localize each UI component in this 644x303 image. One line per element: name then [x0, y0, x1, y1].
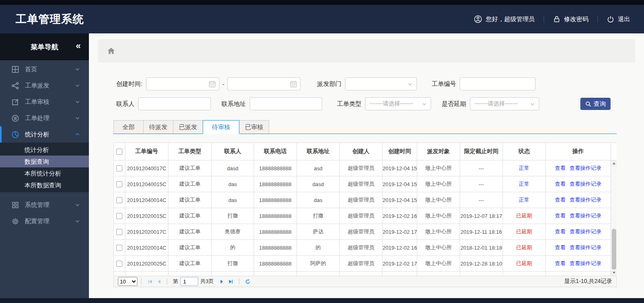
change-password-button[interactable]: 修改密码: [553, 15, 589, 23]
row-checkbox[interactable]: [116, 261, 122, 267]
cell-order-type: 建议工单: [168, 256, 212, 272]
search-button[interactable]: 查询: [580, 98, 611, 110]
user-greeting[interactable]: 您好，超级管理员: [474, 15, 535, 23]
refresh-button[interactable]: [243, 277, 252, 286]
sidebar-item-review[interactable]: 工单审核: [0, 94, 89, 110]
status-tab[interactable]: 待审核: [203, 120, 239, 134]
range-separator: -: [222, 81, 224, 88]
view-history-link[interactable]: 查看操作记录: [570, 228, 602, 235]
calendar-icon[interactable]: [208, 80, 216, 88]
table-row: 201912020014C 建议工单 的 18888888888 的 超级管理员…: [114, 240, 617, 256]
row-checkbox[interactable]: [116, 245, 122, 251]
sidebar-header: 菜单导航 «: [0, 33, 89, 60]
page-number-input[interactable]: [180, 277, 198, 286]
search-button-label: 查询: [594, 100, 606, 108]
row-checkbox[interactable]: [116, 229, 122, 235]
scroll-up-arrow[interactable]: [611, 160, 617, 167]
order-no-field[interactable]: [460, 78, 535, 90]
sidebar-item-dispatch[interactable]: 工单派发: [0, 77, 89, 94]
status-tab[interactable]: 全部: [113, 120, 144, 134]
department-select[interactable]: [345, 77, 417, 90]
view-link[interactable]: 查看: [555, 197, 566, 203]
view-history-link[interactable]: 查看操作记录: [570, 181, 602, 187]
view-history-link[interactable]: 查看操作记录: [570, 165, 602, 171]
page-size-select[interactable]: 10: [118, 277, 137, 286]
refresh-icon: [245, 279, 250, 284]
sidebar-item-config[interactable]: 配置管理: [0, 213, 89, 229]
scrollbar-thumb[interactable]: [612, 229, 616, 270]
cell-creator: 超级管理员: [340, 240, 383, 256]
cell-dispatch-target: 墩上中心所: [417, 160, 460, 176]
view-link[interactable]: 查看: [555, 260, 566, 266]
address-input[interactable]: [250, 97, 322, 110]
prev-page-button[interactable]: [154, 277, 163, 286]
view-link[interactable]: 查看: [555, 181, 566, 187]
cell-actions: 查看查看操作记录: [546, 160, 611, 176]
sidebar-item-system[interactable]: 系统管理: [0, 197, 89, 213]
sidebar-submenu-item[interactable]: 统计分析: [0, 144, 89, 156]
sidebar-item-label: 系统管理: [25, 201, 49, 209]
cell-order-id: 201912040015C: [125, 176, 168, 192]
select-all-checkbox[interactable]: [116, 149, 122, 155]
sidebar-collapse-icon[interactable]: «: [76, 41, 80, 51]
sidebar-submenu-item[interactable]: 本所数据查询: [0, 179, 89, 191]
view-history-link[interactable]: 查看操作记录: [570, 260, 602, 266]
power-icon: [607, 15, 614, 23]
row-checkbox[interactable]: [116, 213, 122, 219]
view-link[interactable]: 查看: [555, 228, 566, 235]
sidebar-submenu-item[interactable]: 数据查询: [0, 156, 89, 167]
sidebar-item-home[interactable]: 首页: [0, 61, 89, 77]
view-history-link[interactable]: 查看操作记录: [570, 244, 602, 250]
first-page-button[interactable]: [145, 277, 154, 286]
sidebar-item-statistics[interactable]: 统计分析: [0, 126, 89, 143]
scrollbar-header-cell: [611, 143, 617, 160]
cell-creator: 超级管理员: [340, 192, 383, 208]
address-field[interactable]: [250, 98, 322, 110]
col-header: 联系电话: [254, 143, 297, 160]
view-link[interactable]: 查看: [555, 213, 566, 219]
order-no-input[interactable]: [460, 77, 536, 90]
view-link[interactable]: 查看: [555, 244, 566, 250]
row-checkbox[interactable]: [116, 165, 122, 171]
view-history-link[interactable]: 查看操作记录: [570, 197, 602, 203]
delay-select[interactable]: -------请选择-------: [470, 97, 539, 110]
cell-dispatch-target: 墩上中心所: [417, 192, 460, 208]
cell-deadline: ---: [460, 160, 503, 176]
calendar-icon[interactable]: [290, 80, 297, 88]
table-scrollbar[interactable]: [611, 160, 617, 276]
cell-address: 打撒: [297, 208, 340, 224]
sidebar-item-process[interactable]: 工单处理: [0, 110, 89, 126]
cell-contact: 奥德赛: [212, 224, 254, 240]
view-history-link[interactable]: 查看操作记录: [570, 213, 602, 219]
col-header: 工单编号: [125, 143, 168, 160]
pie-chart-icon: [11, 131, 19, 138]
squares-icon: [11, 201, 19, 209]
status-tab[interactable]: 待派发: [143, 120, 173, 134]
app-header: 工单管理系统 您好，超级管理员 修改密码 退出: [0, 5, 644, 33]
view-link[interactable]: 查看: [555, 165, 566, 171]
contact-input[interactable]: [138, 97, 211, 110]
cell-actions: 查看查看操作记录: [546, 240, 611, 256]
logout-button[interactable]: 退出: [607, 15, 630, 23]
chevron-down-icon: [407, 81, 413, 87]
created-time-start-input[interactable]: [146, 77, 219, 90]
type-select[interactable]: -------请选择-------: [365, 97, 431, 110]
top-strip: [0, 0, 644, 5]
created-time-end-input[interactable]: [227, 77, 301, 90]
scroll-down-arrow[interactable]: [611, 270, 617, 276]
status-tab[interactable]: 已审核: [239, 120, 269, 134]
sidebar-submenu-item[interactable]: 本所统计分析: [0, 167, 89, 179]
status-tab[interactable]: 已派发: [173, 120, 203, 134]
status-tabs: 全部 待派发 已派发 待审核 已审核: [113, 120, 617, 134]
contact-field[interactable]: [139, 98, 210, 110]
home-icon[interactable]: [107, 47, 115, 55]
last-page-button[interactable]: [226, 277, 235, 286]
change-password-label: 修改密码: [564, 15, 589, 23]
cell-actions: 查看查看操作记录: [546, 224, 611, 240]
cell-phone: 18888888888: [254, 176, 297, 192]
bottom-strip: [0, 298, 644, 303]
row-checkbox[interactable]: [116, 181, 122, 187]
row-checkbox[interactable]: [116, 197, 122, 203]
cell-deadline: 2018-12-01 18:18: [460, 240, 503, 256]
next-page-button[interactable]: [217, 277, 226, 286]
